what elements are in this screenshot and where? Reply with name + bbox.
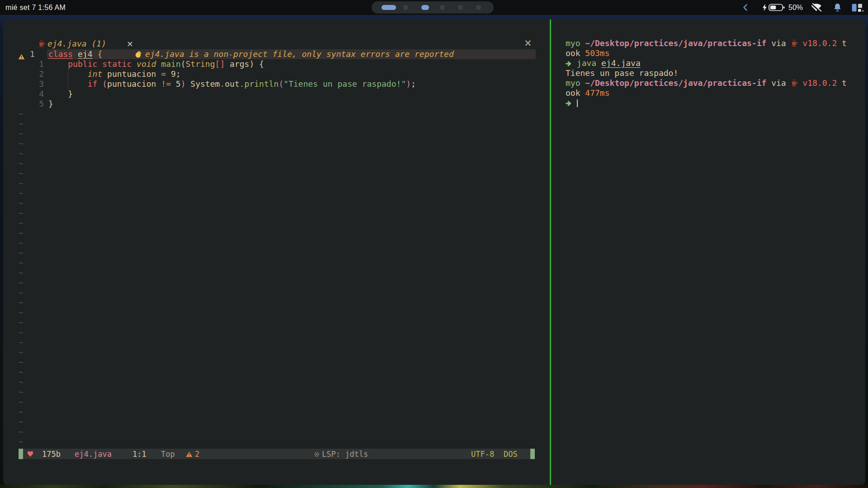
empty-line-tilde: ~ bbox=[19, 278, 24, 288]
empty-line-tilde: ~ bbox=[19, 119, 24, 129]
menubar-clock[interactable]: mié set 7 1:56 AM bbox=[5, 0, 66, 15]
empty-line-tilde: ~ bbox=[19, 427, 24, 437]
battery-icon[interactable] bbox=[769, 0, 785, 15]
workspace-dot[interactable] bbox=[476, 5, 481, 10]
line-number: 1 bbox=[21, 59, 44, 69]
token: != bbox=[161, 79, 171, 89]
empty-line-tilde: ~ bbox=[19, 338, 24, 347]
token: println bbox=[245, 79, 279, 89]
empty-line-tilde: ~ bbox=[19, 109, 24, 119]
token: via bbox=[766, 78, 791, 88]
code-line[interactable]: 5} bbox=[3, 99, 550, 109]
java-icon bbox=[791, 78, 798, 88]
tab-title[interactable]: ej4.java (1) bbox=[47, 38, 106, 49]
workspace-active-pill[interactable] bbox=[421, 5, 429, 10]
empty-line-tilde: ~ bbox=[19, 387, 24, 397]
code-line[interactable]: 3 if (puntuacion != 5) System.out.printl… bbox=[3, 79, 550, 89]
neovim-editor-pane[interactable]: ej4.java (1) × × 1class ej4 {ej4.java is… bbox=[3, 19, 550, 485]
lsp-status: LSP: jdtls bbox=[322, 449, 368, 459]
token: ) bbox=[406, 79, 411, 89]
token bbox=[225, 59, 230, 69]
token bbox=[798, 38, 803, 48]
token bbox=[572, 98, 577, 108]
java-icon bbox=[38, 40, 45, 48]
workspace-dot[interactable] bbox=[458, 5, 463, 10]
terminal-line[interactable]: java ej4.java bbox=[566, 58, 641, 68]
token bbox=[798, 78, 803, 88]
empty-line-tilde: ~ bbox=[19, 149, 24, 159]
code-text: } bbox=[48, 99, 53, 109]
chevron-left-icon[interactable] bbox=[743, 0, 748, 15]
empty-line-tilde: ~ bbox=[19, 238, 24, 248]
wifi-off-icon[interactable] bbox=[811, 0, 822, 15]
token bbox=[132, 59, 137, 69]
token: puntuacion bbox=[107, 69, 156, 79]
empty-line-tilde: ~ bbox=[19, 218, 24, 228]
empty-line-tilde: ~ bbox=[19, 397, 24, 407]
terminal-line[interactable]: ook 503ms bbox=[566, 48, 610, 58]
token: } bbox=[48, 99, 53, 108]
workspace-indicator[interactable] bbox=[372, 1, 494, 14]
terminal-pane[interactable]: myo ~/Desktop/practices/java/practicas-i… bbox=[551, 19, 865, 485]
terminal-line[interactable] bbox=[566, 98, 578, 108]
token: ; bbox=[411, 79, 416, 89]
token bbox=[156, 69, 161, 79]
terminal-line[interactable]: myo ~/Desktop/practices/java/practicas-i… bbox=[566, 78, 847, 88]
workspace-dot[interactable] bbox=[403, 5, 408, 10]
statusline-filename: ej4.java bbox=[75, 449, 112, 459]
code-line[interactable]: 2 int puntuacion = 9; bbox=[3, 69, 550, 79]
cursor-position: 1:1 bbox=[132, 449, 146, 459]
token: = bbox=[161, 69, 166, 79]
code-line[interactable]: 1 public static void main(String[] args)… bbox=[3, 59, 550, 69]
token: ( bbox=[278, 79, 283, 89]
scroll-position: Top bbox=[161, 449, 175, 459]
empty-line-tilde: ~ bbox=[19, 318, 24, 328]
workspace-dot[interactable] bbox=[440, 5, 445, 10]
empty-line-tilde: ~ bbox=[19, 139, 24, 149]
token: { bbox=[97, 49, 102, 59]
empty-line-tilde: ~ bbox=[19, 328, 24, 338]
code-text: if (puntuacion != 5) System.out.println(… bbox=[48, 79, 416, 89]
line-number: 1 bbox=[30, 49, 35, 59]
token: 5 bbox=[176, 79, 181, 89]
token: ~/Desktop/practices/java/practicas-if bbox=[585, 38, 766, 48]
warning-count: 2 bbox=[195, 449, 199, 459]
arrow-icon bbox=[566, 98, 572, 108]
token: . bbox=[240, 79, 245, 89]
token: ej4 bbox=[78, 49, 93, 59]
tab-close-icon[interactable]: × bbox=[127, 38, 133, 49]
terminal-line[interactable]: Tienes un pase raspado! bbox=[566, 68, 678, 78]
token: Tienes un pase raspado! bbox=[566, 68, 678, 78]
mode-indicator-left bbox=[19, 449, 23, 459]
empty-line-tilde: ~ bbox=[19, 198, 24, 208]
token bbox=[580, 78, 585, 88]
bell-icon[interactable] bbox=[834, 0, 841, 15]
token: [] bbox=[215, 59, 225, 69]
empty-line-tilde: ~ bbox=[19, 407, 24, 417]
empty-line-tilde: ~ bbox=[19, 188, 24, 198]
empty-line-tilde: ~ bbox=[19, 377, 24, 387]
empty-line-tilde: ~ bbox=[19, 169, 24, 178]
code-text: } bbox=[48, 89, 73, 99]
token: via bbox=[766, 38, 791, 48]
code-line[interactable]: 4 } bbox=[3, 89, 550, 99]
workspace-active-pill[interactable] bbox=[382, 5, 396, 10]
token bbox=[48, 89, 68, 99]
tabline: ej4.java (1) × × bbox=[3, 38, 550, 49]
token: v18.0.2 bbox=[802, 38, 837, 48]
token: System bbox=[190, 79, 220, 89]
token: 503ms bbox=[585, 48, 609, 58]
line-number: 5 bbox=[21, 99, 44, 109]
terminal-line[interactable]: ook 477ms bbox=[566, 88, 610, 98]
code-line[interactable]: 1class ej4 {ej4.java is a non-project fi… bbox=[3, 49, 550, 59]
terminal-line[interactable]: myo ~/Desktop/practices/java/practicas-i… bbox=[566, 38, 847, 48]
token: void bbox=[137, 59, 156, 69]
diagnostic-virtual-text: ej4.java is a non-project file, only syn… bbox=[135, 49, 454, 59]
buffer-close-icon[interactable]: × bbox=[524, 38, 532, 48]
token: myo bbox=[566, 38, 580, 48]
stage-manager-icon[interactable] bbox=[852, 0, 864, 15]
token bbox=[156, 79, 161, 89]
arrow-icon bbox=[566, 58, 572, 68]
empty-line-tilde: ~ bbox=[19, 288, 24, 298]
empty-line-tilde: ~ bbox=[19, 268, 24, 278]
